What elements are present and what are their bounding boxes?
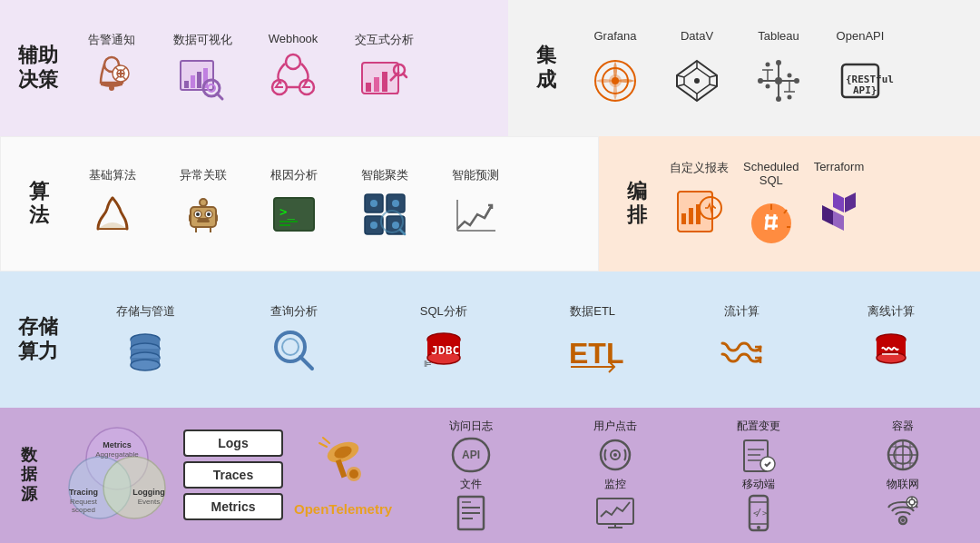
item-智能预测: 智能预测 <box>435 167 516 240</box>
row1-left-items: 告警通知 <box>71 32 494 104</box>
icon-scheduled-sql <box>746 197 797 248</box>
icon-mobile: / < > <box>738 495 779 531</box>
item-存储与管道: 存储与管道 <box>104 303 186 376</box>
item-数据可视化: 数据可视化 <box>162 32 243 104</box>
label-tableau: Tableau <box>758 29 799 43</box>
icon-config <box>738 437 779 473</box>
label-智能聚类: 智能聚类 <box>361 167 408 183</box>
ds-label-访问日志: 访问日志 <box>449 419 493 434</box>
svg-point-42 <box>775 77 782 84</box>
label-SQL分析: SQL分析 <box>420 303 467 320</box>
label-异常关联: 异常关联 <box>180 167 227 183</box>
item-scheduled-sql: Scheduled SQL <box>743 160 799 248</box>
svg-text:⊫: ⊫ <box>424 359 432 369</box>
item-基础算法: 基础算法 <box>72 167 153 240</box>
row2-left: 算法 基础算法 异常关联 <box>0 136 599 272</box>
item-自定义报表: 自定义报表 <box>670 160 729 237</box>
ds-label-容器: 容器 <box>892 419 914 434</box>
ds-item-容器: 容器 <box>835 419 971 473</box>
row1-left: 辅助决策 告警通知 <box>0 0 508 136</box>
icon-bell-gear <box>86 54 137 104</box>
item-流计算: 流计算 <box>701 303 782 376</box>
main-container: 辅助决策 告警通知 <box>0 0 980 543</box>
svg-point-35 <box>694 78 700 84</box>
svg-rect-61 <box>189 214 191 222</box>
svg-rect-86 <box>681 213 686 224</box>
label-webhook: Webhook <box>269 32 318 45</box>
svg-line-33 <box>710 75 717 77</box>
svg-rect-16 <box>366 83 371 92</box>
svg-point-14 <box>286 54 300 69</box>
metrics-box: Metrics <box>183 493 283 520</box>
label-grafana: Grafana <box>594 29 637 43</box>
svg-text:<: < <box>753 508 759 518</box>
ds-item-监控: 监控 <box>547 477 683 531</box>
svg-point-45 <box>766 63 770 67</box>
svg-point-78 <box>370 222 377 229</box>
ds-label-用户点击: 用户点击 <box>593 419 637 434</box>
ds-item-移动端: 移动端 / < > <box>691 477 827 531</box>
svg-point-77 <box>392 200 399 207</box>
svg-point-41 <box>794 78 799 84</box>
label-datav: DataV <box>681 29 713 43</box>
section-title-row1-left: 辅助决策 <box>15 44 62 92</box>
svg-point-46 <box>766 84 770 89</box>
label-terraform: Terraform <box>814 160 865 173</box>
ds-label-移动端: 移动端 <box>742 477 775 492</box>
svg-point-170 <box>757 526 760 529</box>
svg-text:ETL: ETL <box>569 337 623 370</box>
svg-rect-87 <box>689 208 693 224</box>
icon-tableau <box>753 55 804 106</box>
svg-line-97 <box>773 214 775 230</box>
svg-rect-55 <box>191 207 216 227</box>
svg-point-1 <box>109 85 114 91</box>
ds-item-文件: 文件 <box>403 477 539 531</box>
ds-item-物联网: 物联网 <box>835 477 971 531</box>
svg-point-76 <box>370 200 377 207</box>
row2: 算法 基础算法 异常关联 <box>0 136 980 272</box>
ds-label-监控: 监控 <box>604 477 626 492</box>
svg-text:Metrics: Metrics <box>103 440 132 449</box>
svg-marker-101 <box>833 211 844 231</box>
item-terraform: Terraform <box>813 160 864 234</box>
item-查询分析: 查询分析 <box>253 303 335 376</box>
svg-point-58 <box>196 212 200 216</box>
icon-terminal: >_ <box>269 189 319 240</box>
svg-point-39 <box>776 96 781 102</box>
item-grafana: Grafana <box>579 29 652 106</box>
svg-rect-18 <box>382 72 387 92</box>
svg-marker-98 <box>833 193 844 212</box>
item-离线计算: 离线计算 <box>850 303 932 376</box>
row2-right: 编排 自定义报表 <box>599 136 980 272</box>
svg-rect-135 <box>336 459 347 478</box>
item-根因分析: 根因分析 >_ <box>253 167 335 240</box>
icon-base-algo <box>87 189 138 240</box>
ds-item-用户点击: 用户点击 <box>547 419 683 473</box>
item-SQL分析: SQL分析 JDBC ⊫ <box>403 303 485 376</box>
svg-point-40 <box>758 78 763 84</box>
datasource-items: 访问日志 API 用户点击 <box>403 419 971 531</box>
row4: 数据源 Metrics Aggregatable Tracing Request… <box>0 408 980 544</box>
item-告警通知: 告警通知 <box>71 32 152 104</box>
svg-text:scoped: scoped <box>72 506 95 514</box>
svg-rect-7 <box>197 72 201 88</box>
svg-text:JDBC: JDBC <box>431 343 459 357</box>
svg-point-64 <box>200 199 207 206</box>
svg-text:Tracing: Tracing <box>69 488 98 497</box>
svg-point-137 <box>349 469 358 479</box>
section-title-存储算力: 存储算力 <box>15 315 62 363</box>
item-异常关联: 异常关联 <box>162 167 244 240</box>
section-title-算法: 算法 <box>15 180 63 228</box>
icon-storage <box>120 325 171 376</box>
section-title-集成: 集成 <box>523 44 570 92</box>
storage-items: 存储与管道 查询分析 <box>71 303 965 376</box>
row1: 辅助决策 告警通知 <box>0 0 980 136</box>
label-流计算: 流计算 <box>724 303 760 320</box>
label-基础算法: 基础算法 <box>89 167 136 183</box>
label-scheduled-sql: Scheduled SQL <box>743 160 799 187</box>
icon-click <box>594 437 636 473</box>
item-webhook: Webhook <box>252 32 334 102</box>
row1-right: 集成 Grafana <box>508 0 980 136</box>
row3: 存储算力 存储与管道 <box>0 272 980 408</box>
icon-monitor <box>594 495 636 531</box>
